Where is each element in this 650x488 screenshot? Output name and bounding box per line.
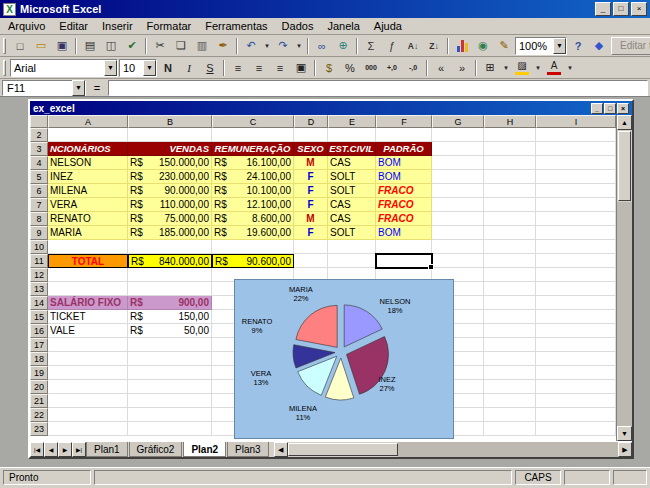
cell-G9[interactable] (432, 226, 484, 240)
cell-I19[interactable] (536, 366, 616, 380)
select-all-button[interactable] (30, 115, 48, 128)
cell-A13[interactable] (48, 282, 128, 296)
cell-H4[interactable] (484, 156, 536, 170)
align-right-icon[interactable]: ≡ (270, 59, 290, 77)
vertical-scroll-thumb[interactable] (618, 131, 631, 201)
new-document-icon[interactable]: □ (10, 37, 30, 55)
cell-B10[interactable] (128, 240, 212, 254)
cell-I10[interactable] (536, 240, 616, 254)
cell-H19[interactable] (484, 366, 536, 380)
cell-D11[interactable] (294, 254, 328, 268)
cell-A17[interactable] (48, 338, 128, 352)
cell-I18[interactable] (536, 352, 616, 366)
row-header-10[interactable]: 10 (30, 240, 48, 254)
cell-A9[interactable]: MARIA (48, 226, 128, 240)
drawing-icon[interactable]: ✎ (494, 37, 514, 55)
align-left-icon[interactable]: ≡ (228, 59, 248, 77)
minimize-button[interactable]: _ (591, 103, 603, 114)
cell-A8[interactable]: RENATO (48, 212, 128, 226)
row-header-13[interactable]: 13 (30, 282, 48, 296)
column-header-C[interactable]: C (212, 115, 294, 128)
workbook-title-bar[interactable]: ex_excel _□× (30, 101, 632, 115)
row-header-3[interactable]: 3 (30, 142, 48, 156)
cell-D2[interactable] (294, 128, 328, 142)
web-toolbar-icon[interactable]: ⊕ (333, 37, 353, 55)
cell-G6[interactable] (432, 184, 484, 198)
menu-dados[interactable]: Dados (275, 19, 321, 33)
cell-C8[interactable]: R$8.600,00 (212, 212, 294, 226)
cell-E7[interactable]: CAS (328, 198, 376, 212)
cell-G2[interactable] (432, 128, 484, 142)
row-header-11[interactable]: 11 (30, 254, 48, 268)
paste-icon[interactable]: ▥ (192, 37, 212, 55)
cell-H5[interactable] (484, 170, 536, 184)
sheet-tab-plan3[interactable]: Plan3 (227, 442, 269, 457)
cell-H7[interactable] (484, 198, 536, 212)
column-header-D[interactable]: D (294, 115, 328, 128)
cell-H8[interactable] (484, 212, 536, 226)
cell-B12[interactable] (128, 268, 212, 282)
cell-A15[interactable]: TICKET (48, 310, 128, 324)
column-header-A[interactable]: A (48, 115, 128, 128)
fill-color-dropdown-icon[interactable]: ▾ (533, 59, 543, 77)
undo-icon[interactable]: ↶ (241, 37, 261, 55)
chevron-down-icon[interactable]: ▼ (104, 60, 117, 76)
column-header-E[interactable]: E (328, 115, 376, 128)
cell-H20[interactable] (484, 380, 536, 394)
menu-editar[interactable]: Editar (52, 19, 95, 33)
menu-inserir[interactable]: Inserir (95, 19, 140, 33)
row-header-12[interactable]: 12 (30, 268, 48, 282)
tab-scroll-next-icon[interactable]: ▶ (58, 442, 72, 457)
insert-hyperlink-icon[interactable]: ∞ (312, 37, 332, 55)
cell-A23[interactable] (48, 422, 128, 436)
percent-style-icon[interactable]: % (340, 59, 360, 77)
open-folder-icon[interactable]: ▭ (31, 37, 51, 55)
row-header-14[interactable]: 14 (30, 296, 48, 310)
cell-I11[interactable] (536, 254, 616, 268)
chevron-down-icon[interactable]: ▼ (553, 38, 566, 54)
close-button[interactable]: × (617, 103, 629, 114)
redo-icon[interactable]: ↷ (273, 37, 293, 55)
cell-B22[interactable] (128, 408, 212, 422)
sheet-tab-plan2[interactable]: Plan2 (183, 442, 226, 457)
row-header-19[interactable]: 19 (30, 366, 48, 380)
menu-ferramentas[interactable]: Ferramentas (198, 19, 274, 33)
spelling-icon[interactable]: ✔ (122, 37, 142, 55)
toolbar-grip[interactable] (3, 38, 6, 54)
cell-I13[interactable] (536, 282, 616, 296)
row-header-6[interactable]: 6 (30, 184, 48, 198)
cell-I5[interactable] (536, 170, 616, 184)
comma-style-icon[interactable]: 000 (361, 59, 381, 77)
cell-C7[interactable]: R$12.100,00 (212, 198, 294, 212)
cell-F9[interactable]: BOM (376, 226, 432, 240)
print-icon[interactable]: ▤ (80, 37, 100, 55)
chevron-down-icon[interactable]: ▼ (143, 60, 156, 76)
row-header-16[interactable]: 16 (30, 324, 48, 338)
zoom-select[interactable]: 100% ▼ (515, 37, 567, 55)
cell-E5[interactable]: SOLT (328, 170, 376, 184)
cell-F7[interactable]: FRACO (376, 198, 432, 212)
cell-A14[interactable]: SALÁRIO FIXO (48, 296, 128, 310)
cell-D7[interactable]: F (294, 198, 328, 212)
formula-input[interactable] (108, 80, 648, 96)
copy-icon[interactable]: ❏ (171, 37, 191, 55)
undo-dropdown-icon[interactable]: ▾ (262, 37, 272, 55)
toolbar-grip[interactable] (3, 60, 6, 76)
cell-E2[interactable] (328, 128, 376, 142)
chart-wizard-icon[interactable] (452, 37, 472, 55)
cell-C11[interactable]: R$90.600,00 (212, 254, 294, 268)
cell-A10[interactable] (48, 240, 128, 254)
cell-B13[interactable] (128, 282, 212, 296)
cell-H17[interactable] (484, 338, 536, 352)
name-box[interactable]: F11 ▼ (2, 80, 86, 96)
tab-scroll-last-icon[interactable]: ▶| (72, 442, 86, 457)
tab-scroll-first-icon[interactable]: |◀ (30, 442, 44, 457)
cell-H2[interactable] (484, 128, 536, 142)
font-color-icon[interactable]: A (544, 59, 564, 77)
cell-B15[interactable]: R$150,00 (128, 310, 212, 324)
cell-I6[interactable] (536, 184, 616, 198)
sort-descending-icon[interactable]: Z↓ (424, 37, 444, 55)
row-header-20[interactable]: 20 (30, 380, 48, 394)
cell-D10[interactable] (294, 240, 328, 254)
cell-H12[interactable] (484, 268, 536, 282)
